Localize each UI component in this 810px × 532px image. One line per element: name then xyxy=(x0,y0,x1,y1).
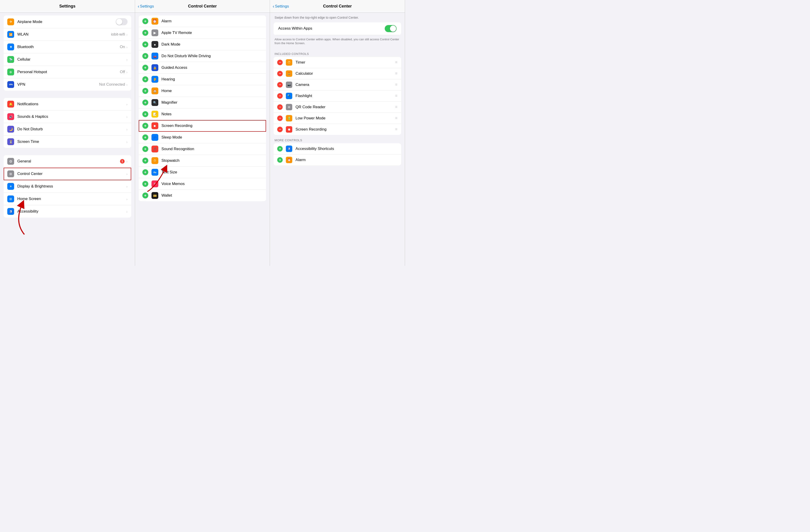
accessibility-row[interactable]: ♿ Accessibility › xyxy=(4,205,131,217)
cc-alarm-row[interactable]: + ⏰ Alarm xyxy=(139,16,266,27)
ctrl-calculator-drag[interactable]: ≡ xyxy=(395,71,398,76)
ctrl-timer-remove[interactable]: − xyxy=(277,60,283,65)
cellular-row[interactable]: 📡 Cellular › xyxy=(4,53,131,66)
homescreen-icon: ⊞ xyxy=(7,195,14,202)
vpn-row[interactable]: VPN VPN Not Connected › xyxy=(4,78,131,91)
cc-voicememos-row[interactable]: + 🎙 Voice Memos xyxy=(139,178,266,190)
cc-darkmode-icon: ● xyxy=(151,41,158,48)
cc-wallet-row[interactable]: + 💳 Wallet xyxy=(139,190,266,201)
cc-voicememos-add[interactable]: + xyxy=(142,181,148,187)
ctrl-lowpower-drag[interactable]: ≡ xyxy=(395,116,398,120)
cc-darkmode-add[interactable]: + xyxy=(142,42,148,47)
cc-notes-row[interactable]: + 📝 Notes xyxy=(139,109,266,120)
ctrl-calculator-row[interactable]: − 🧮 Calculator ≡ xyxy=(274,68,401,79)
screentime-row[interactable]: ⏳ Screen Time › xyxy=(4,135,131,148)
cc-detail-nav-bar: ‹ Settings Control Center xyxy=(270,0,405,13)
cc-dnddriving-row[interactable]: + 🚗 Do Not Disturb While Driving xyxy=(139,50,266,62)
ctrl-lowpower-row[interactable]: − 🔋 Low Power Mode ≡ xyxy=(274,113,401,124)
cc-textsize-add[interactable]: + xyxy=(142,169,148,175)
cc-wallet-add[interactable]: + xyxy=(142,193,148,198)
cc-darkmode-row[interactable]: + ● Dark Mode xyxy=(139,39,266,50)
cc-detail-back-button[interactable]: ‹ Settings xyxy=(273,4,289,9)
ctrl-lowpower-remove[interactable]: − xyxy=(277,115,283,121)
ctrl-screenrec-drag[interactable]: ≡ xyxy=(395,127,398,132)
general-chevron: › xyxy=(126,160,128,163)
access-within-apps-row[interactable]: Access Within Apps xyxy=(274,22,401,35)
screentime-chevron: › xyxy=(126,140,128,144)
ctrl-camera-row[interactable]: − 📷 Camera ≡ xyxy=(274,79,401,91)
cellular-label: Cellular xyxy=(17,57,126,62)
ctrl-qr-label: QR Code Reader xyxy=(295,105,395,109)
cc-sleepmode-add[interactable]: + xyxy=(142,134,148,140)
wlan-row[interactable]: 📶 WLAN iobit-wifi › xyxy=(4,28,131,41)
cc-detail-scroll[interactable]: Swipe down from the top-right edge to op… xyxy=(270,13,405,266)
bluetooth-row[interactable]: ✦ Bluetooth On › xyxy=(4,41,131,53)
more-accessibility-icon: ♿ xyxy=(286,146,292,152)
ctrl-timer-drag[interactable]: ≡ xyxy=(395,60,398,65)
cc-screenrecording-add[interactable]: + xyxy=(142,123,148,129)
cc-textsize-row[interactable]: + Aa Text Size xyxy=(139,166,266,178)
general-row[interactable]: ⚙ General 1 › xyxy=(4,155,131,168)
cc-dnddriving-add[interactable]: + xyxy=(142,53,148,59)
ctrl-flashlight-remove[interactable]: − xyxy=(277,93,283,99)
control-center-row[interactable]: ⊞ Control Center › xyxy=(4,168,131,180)
ctrl-timer-row[interactable]: − ⏱ Timer ≡ xyxy=(274,57,401,68)
cc-guided-row[interactable]: + 🔒 Guided Access xyxy=(139,62,266,74)
cc-alarm-add[interactable]: + xyxy=(142,18,148,24)
homescreen-row[interactable]: ⊞ Home Screen › xyxy=(4,193,131,205)
cc-list-group: + ⏰ Alarm + ▶ Apple TV Remote + ● Dark M… xyxy=(139,16,266,201)
cc-appletv-add[interactable]: + xyxy=(142,30,148,36)
cc-notes-add[interactable]: + xyxy=(142,111,148,117)
more-alarm-row[interactable]: + ⏰ Alarm xyxy=(274,155,401,165)
cc-appletv-label: Apple TV Remote xyxy=(162,31,263,35)
cc-home-row[interactable]: + 🏠 Home xyxy=(139,85,266,97)
screentime-icon: ⏳ xyxy=(7,138,14,145)
notifications-row[interactable]: 🔔 Notifications › xyxy=(4,98,131,111)
cc-magnifier-row[interactable]: + 🔍 Magnifier xyxy=(139,97,266,109)
ctrl-camera-drag[interactable]: ≡ xyxy=(395,82,398,87)
cc-stopwatch-add[interactable]: + xyxy=(142,158,148,164)
ctrl-qr-drag[interactable]: ≡ xyxy=(395,104,398,109)
ctrl-qr-row[interactable]: − ⊞ QR Code Reader ≡ xyxy=(274,102,401,113)
dnd-row[interactable]: 🌙 Do Not Disturb › xyxy=(4,123,131,135)
sounds-row[interactable]: 🔊 Sounds & Haptics › xyxy=(4,111,131,123)
access-group: Access Within Apps xyxy=(274,22,401,35)
ctrl-screenrec-remove[interactable]: − xyxy=(277,127,283,132)
airplane-mode-toggle[interactable] xyxy=(116,18,128,25)
cc-magnifier-add[interactable]: + xyxy=(142,100,148,106)
cc-list-scroll[interactable]: + ⏰ Alarm + ▶ Apple TV Remote + ● Dark M… xyxy=(135,13,270,266)
cc-soundrecog-row[interactable]: + 🎵 Sound Recognition xyxy=(139,143,266,155)
hotspot-row[interactable]: ⊕ Personal Hotspot Off › xyxy=(4,66,131,78)
cc-dnddriving-icon: 🚗 xyxy=(151,53,158,60)
general-icon: ⚙ xyxy=(7,158,14,165)
cc-home-add[interactable]: + xyxy=(142,88,148,94)
airplane-mode-row[interactable]: ✈ Airplane Mode xyxy=(4,16,131,28)
ctrl-calculator-remove[interactable]: − xyxy=(277,71,283,76)
display-row[interactable]: ☀ Display & Brightness › xyxy=(4,180,131,193)
ctrl-screenrec-row[interactable]: − ⏺ Screen Recording ≡ xyxy=(274,124,401,135)
ctrl-flashlight-row[interactable]: − 🔦 Flashlight ≡ xyxy=(274,91,401,102)
cc-soundrecog-label: Sound Recognition xyxy=(162,147,263,151)
cc-soundrecog-add[interactable]: + xyxy=(142,146,148,152)
hotspot-icon: ⊕ xyxy=(7,68,14,76)
ctrl-camera-remove[interactable]: − xyxy=(277,82,283,87)
cc-hearing-add[interactable]: + xyxy=(142,76,148,82)
cc-list-back-button[interactable]: ‹ Settings xyxy=(138,4,154,9)
cc-stopwatch-row[interactable]: + ⏱ Stopwatch xyxy=(139,155,266,166)
notifications-icon: 🔔 xyxy=(7,101,14,108)
cc-screenrecording-row[interactable]: + ⏺ Screen Recording xyxy=(139,120,266,132)
cc-soundrecog-icon: 🎵 xyxy=(151,146,158,152)
cc-guided-add[interactable]: + xyxy=(142,65,148,71)
access-toggle[interactable] xyxy=(385,25,396,32)
cc-detail-back-label: Settings xyxy=(275,4,289,9)
ctrl-flashlight-drag[interactable]: ≡ xyxy=(395,93,398,98)
settings-scroll[interactable]: ✈ Airplane Mode 📶 WLAN iobit-wifi › ✦ Bl… xyxy=(0,13,135,266)
cc-sleepmode-row[interactable]: + 💤 Sleep Mode xyxy=(139,132,266,143)
more-accessibility-row[interactable]: + ♿ Accessibility Shortcuts xyxy=(274,143,401,155)
more-accessibility-add[interactable]: + xyxy=(277,146,283,151)
ctrl-calculator-icon: 🧮 xyxy=(286,70,292,77)
more-alarm-add[interactable]: + xyxy=(277,157,283,163)
cc-appletv-row[interactable]: + ▶ Apple TV Remote xyxy=(139,27,266,39)
ctrl-qr-remove[interactable]: − xyxy=(277,104,283,110)
cc-hearing-row[interactable]: + 👂 Hearing xyxy=(139,74,266,85)
